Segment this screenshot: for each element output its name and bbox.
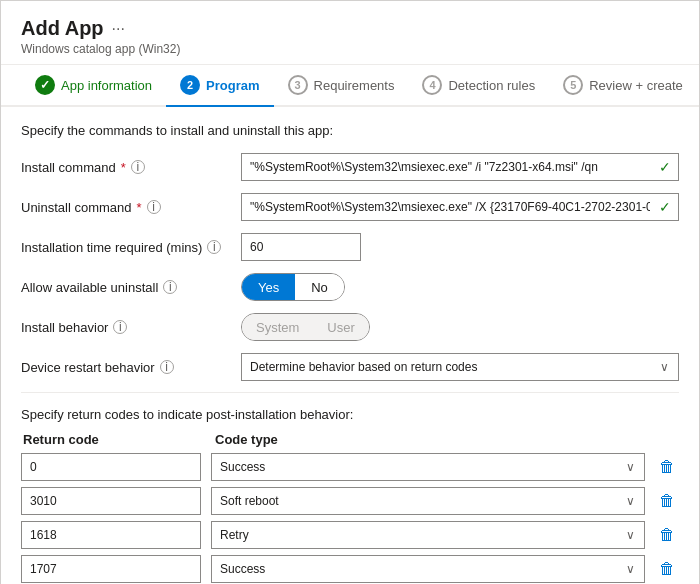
delete-row-button-1[interactable]: 🗑 xyxy=(655,489,679,513)
device-restart-select-wrapper: Determine behavior based on return codes xyxy=(241,353,679,381)
install-behavior-info-icon[interactable]: i xyxy=(113,320,127,334)
section-description: Specify the commands to install and unin… xyxy=(21,123,679,138)
header: Add App ··· Windows catalog app (Win32) xyxy=(1,1,699,65)
step-circle-4: 4 xyxy=(422,75,442,95)
return-codes-header: Return code Code type xyxy=(21,432,679,447)
divider xyxy=(21,392,679,393)
code-type-select-0[interactable]: Success Soft reboot Retry Failed xyxy=(211,453,645,481)
wizard-step-review-create[interactable]: 5 Review + create xyxy=(549,65,697,105)
install-command-valid-icon: ✓ xyxy=(659,159,671,175)
step-label-review-create: Review + create xyxy=(589,78,683,93)
install-behavior-toggle: System User xyxy=(241,313,370,341)
install-behavior-control: System User xyxy=(241,313,679,341)
install-time-label: Installation time required (mins) i xyxy=(21,240,241,255)
code-type-select-wrapper-2: Success Soft reboot Retry Failed xyxy=(211,521,645,549)
install-command-info-icon[interactable]: i xyxy=(131,160,145,174)
install-command-control: ✓ xyxy=(241,153,679,181)
step-label-program: Program xyxy=(206,78,259,93)
step-circle-3: 3 xyxy=(288,75,308,95)
allow-uninstall-row: Allow available uninstall i Yes No xyxy=(21,272,679,302)
allow-uninstall-info-icon[interactable]: i xyxy=(163,280,177,294)
step-label-app-information: App information xyxy=(61,78,152,93)
required-marker-2: * xyxy=(137,200,142,215)
return-code-row-1: Success Soft reboot Retry Failed 🗑 xyxy=(21,487,679,515)
code-type-select-wrapper-0: Success Soft reboot Retry Failed xyxy=(211,453,645,481)
install-behavior-label: Install behavior i xyxy=(21,320,241,335)
install-behavior-system-button[interactable]: System xyxy=(242,314,313,340)
device-restart-info-icon[interactable]: i xyxy=(160,360,174,374)
step-label-detection-rules: Detection rules xyxy=(448,78,535,93)
return-code-column-header: Return code xyxy=(23,432,203,447)
form-content: Specify the commands to install and unin… xyxy=(1,107,699,584)
code-type-select-3[interactable]: Success Soft reboot Retry Failed xyxy=(211,555,645,583)
return-code-input-0[interactable] xyxy=(21,453,201,481)
install-command-input[interactable] xyxy=(241,153,679,181)
install-command-row: Install command * i ✓ xyxy=(21,152,679,182)
more-options-icon[interactable]: ··· xyxy=(112,20,125,38)
install-behavior-row: Install behavior i System User xyxy=(21,312,679,342)
device-restart-select[interactable]: Determine behavior based on return codes xyxy=(241,353,679,381)
install-time-input[interactable] xyxy=(241,233,361,261)
page-subtitle: Windows catalog app (Win32) xyxy=(21,42,679,56)
return-code-input-3[interactable] xyxy=(21,555,201,583)
return-code-input-2[interactable] xyxy=(21,521,201,549)
step-circle-2: 2 xyxy=(180,75,200,95)
allow-uninstall-no-button[interactable]: No xyxy=(295,274,344,300)
required-marker: * xyxy=(121,160,126,175)
page-title: Add App xyxy=(21,17,104,40)
device-restart-row: Device restart behavior i Determine beha… xyxy=(21,352,679,382)
uninstall-command-valid-icon: ✓ xyxy=(659,199,671,215)
device-restart-control: Determine behavior based on return codes xyxy=(241,353,679,381)
checkmark-icon: ✓ xyxy=(40,78,50,92)
code-type-select-wrapper-1: Success Soft reboot Retry Failed xyxy=(211,487,645,515)
wizard-step-requirements[interactable]: 3 Requirements xyxy=(274,65,409,105)
install-behavior-user-button[interactable]: User xyxy=(313,314,368,340)
code-type-select-2[interactable]: Success Soft reboot Retry Failed xyxy=(211,521,645,549)
install-command-input-wrapper: ✓ xyxy=(241,153,679,181)
step-circle-5: 5 xyxy=(563,75,583,95)
install-time-control xyxy=(241,233,679,261)
step-label-requirements: Requirements xyxy=(314,78,395,93)
allow-uninstall-toggle: Yes No xyxy=(241,273,345,301)
uninstall-command-label: Uninstall command * i xyxy=(21,200,241,215)
install-time-row: Installation time required (mins) i xyxy=(21,232,679,262)
return-code-row-3: Success Soft reboot Retry Failed 🗑 xyxy=(21,555,679,583)
install-time-info-icon[interactable]: i xyxy=(207,240,221,254)
return-codes-section: Specify return codes to indicate post-in… xyxy=(21,407,679,584)
wizard-step-app-information[interactable]: ✓ App information xyxy=(21,65,166,105)
wizard-step-program[interactable]: 2 Program xyxy=(166,65,273,107)
return-code-row-2: Success Soft reboot Retry Failed 🗑 xyxy=(21,521,679,549)
code-type-select-wrapper-3: Success Soft reboot Retry Failed xyxy=(211,555,645,583)
return-codes-description: Specify return codes to indicate post-in… xyxy=(21,407,679,422)
return-code-row-0: Success Soft reboot Retry Failed 🗑 xyxy=(21,453,679,481)
step-circle-1: ✓ xyxy=(35,75,55,95)
return-code-input-1[interactable] xyxy=(21,487,201,515)
allow-uninstall-control: Yes No xyxy=(241,273,679,301)
allow-uninstall-yes-button[interactable]: Yes xyxy=(242,274,295,300)
delete-row-button-2[interactable]: 🗑 xyxy=(655,523,679,547)
code-type-select-1[interactable]: Success Soft reboot Retry Failed xyxy=(211,487,645,515)
uninstall-command-info-icon[interactable]: i xyxy=(147,200,161,214)
uninstall-command-input[interactable] xyxy=(241,193,679,221)
uninstall-command-row: Uninstall command * i ✓ xyxy=(21,192,679,222)
allow-uninstall-label: Allow available uninstall i xyxy=(21,280,241,295)
delete-row-button-3[interactable]: 🗑 xyxy=(655,557,679,581)
device-restart-label: Device restart behavior i xyxy=(21,360,241,375)
wizard-navigation: ✓ App information 2 Program 3 Requiremen… xyxy=(1,65,699,107)
uninstall-command-control: ✓ xyxy=(241,193,679,221)
install-command-label: Install command * i xyxy=(21,160,241,175)
add-app-window: Add App ··· Windows catalog app (Win32) … xyxy=(0,0,700,584)
code-type-column-header: Code type xyxy=(215,432,677,447)
wizard-step-detection-rules[interactable]: 4 Detection rules xyxy=(408,65,549,105)
uninstall-command-input-wrapper: ✓ xyxy=(241,193,679,221)
delete-row-button-0[interactable]: 🗑 xyxy=(655,455,679,479)
